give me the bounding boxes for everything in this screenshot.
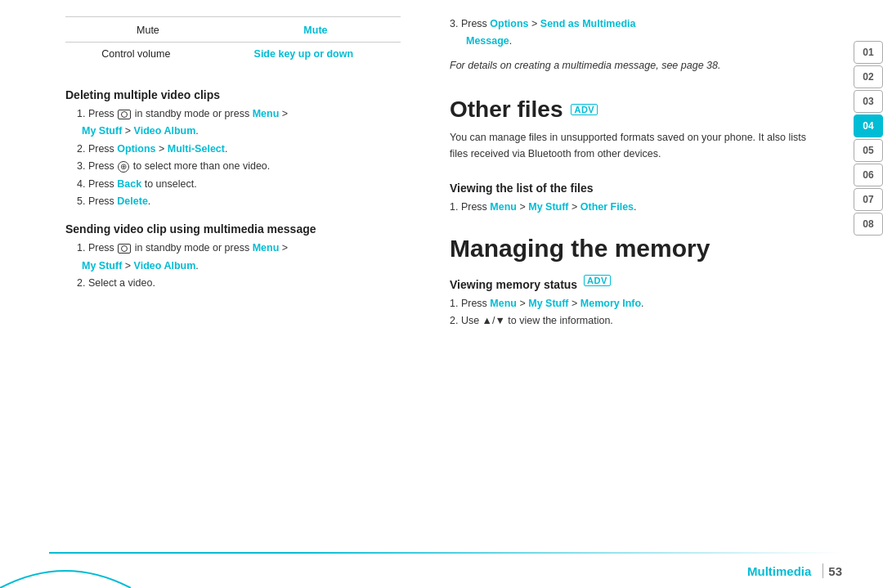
managing-title: Managing the memory	[450, 235, 818, 263]
chapter-04-active[interactable]: 04	[854, 114, 883, 137]
adv-badge: ADV	[571, 104, 598, 115]
adv-badge-2: ADV	[584, 275, 611, 286]
mute-table: Mute Mute Control volume Side key up or …	[65, 16, 401, 62]
chapter-index: 01 02 03 04 05 06 07 08	[854, 41, 883, 236]
mem-step1: 1. Press Menu > My Stuff > Memory Info.	[450, 296, 818, 312]
chapter-05[interactable]: 05	[854, 139, 883, 162]
s1-step1: 1. Press in standby mode or press Menu >	[65, 106, 401, 122]
chapter-03[interactable]: 03	[854, 90, 883, 113]
section2-heading: Sending video clip using multimedia mess…	[65, 222, 401, 236]
chapter-07[interactable]: 07	[854, 188, 883, 211]
footer-page-number: 53	[828, 564, 842, 578]
viewing-heading: Viewing the list of the files	[450, 182, 818, 195]
s1-step3: 3. Press to select more than one video.	[65, 159, 401, 174]
control-volume-value: Side key up or down	[207, 46, 401, 62]
right-column: 3. Press Options > Send as Multimedia Me…	[425, 0, 883, 588]
control-volume-label: Control volume	[65, 46, 207, 62]
mem-status-heading: Viewing memory status ADV	[450, 276, 818, 291]
footer-section-label: Multimedia	[747, 564, 811, 578]
step3-line: 3. Press Options > Send as Multimedia	[450, 16, 818, 32]
s2-step2: 2. Select a video.	[65, 276, 401, 291]
mute-label: Mute	[65, 22, 231, 38]
footer-separator	[822, 563, 823, 578]
mem-step2: 2. Use ▲/▼ to view the information.	[450, 313, 818, 329]
viewing-step1: 1. Press Menu > My Stuff > Other Files.	[450, 200, 818, 215]
chapter-02[interactable]: 02	[854, 65, 883, 88]
bottom-bar: Multimedia 53	[0, 554, 883, 588]
left-column: Mute Mute Control volume Side key up or …	[0, 0, 425, 588]
page-container: Mute Mute Control volume Side key up or …	[0, 0, 883, 588]
step3-message: Message.	[450, 34, 818, 49]
other-files-title: Other files ADV	[450, 97, 818, 123]
section1-heading: Deleting multiple video clips	[65, 88, 401, 101]
nav-icon-1	[118, 161, 129, 173]
italic-note: For details on creating a multimedia mes…	[450, 58, 818, 74]
chapter-01[interactable]: 01	[854, 41, 883, 64]
camera-icon-1	[118, 110, 131, 119]
s2-step1: 1. Press in standby mode or press Menu >	[65, 240, 401, 256]
s1-step5: 5. Press Delete.	[65, 194, 401, 209]
s1-step1-links: My Stuff > Video Album.	[65, 123, 401, 139]
chapter-08[interactable]: 08	[854, 213, 883, 236]
chapter-06[interactable]: 06	[854, 164, 883, 186]
camera-icon-2	[118, 244, 131, 254]
s2-step1-links: My Stuff > Video Album.	[65, 258, 401, 274]
mute-value: Mute	[231, 22, 401, 38]
other-files-body: You can manage files in unsupported form…	[450, 129, 818, 162]
s1-step4: 4. Press Back to unselect.	[65, 177, 401, 192]
s1-step2: 2. Press Options > Multi-Select.	[65, 141, 401, 157]
